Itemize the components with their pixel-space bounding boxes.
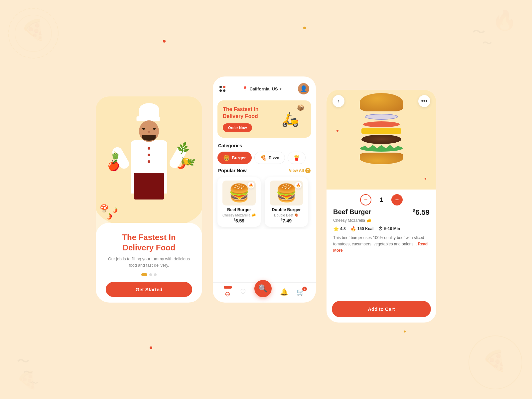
product-name: Beef Burger [333, 208, 371, 216]
tomato-layer [363, 121, 400, 127]
fire-icon: 🔥 [350, 226, 356, 231]
more-icon: ••• [421, 98, 428, 105]
pagination-dots [141, 273, 157, 276]
view-all-count-badge: 7 [305, 168, 311, 173]
chef-apron [134, 173, 164, 200]
headline-food-accent: Food [156, 243, 176, 252]
food-bell-pepper: 🌶️ [177, 161, 186, 169]
banner-title-food: Food [245, 113, 258, 119]
onion-layer [365, 114, 398, 120]
deco-dot-2 [425, 178, 426, 180]
cart-count-badge: 4 [302, 287, 307, 291]
svg-text:🍕: 🍕 [17, 370, 38, 390]
food-cards-list: 🍔 🔥 Beef Burger Cheesy Mozarella🧀 $6.59 … [213, 175, 316, 229]
category-fries[interactable]: 🍟 [288, 152, 306, 164]
nav-favorites[interactable]: ♡ [240, 288, 246, 296]
order-now-button[interactable]: Order Now [223, 123, 252, 132]
headline-main-text: The Fastest In [122, 233, 176, 242]
product-info-section: Beef Burger $6.59 Cheesy Mozarella 🧀 ⭐ 4… [327, 208, 436, 298]
svg-text:〜: 〜 [30, 378, 38, 387]
svg-text:〜: 〜 [23, 367, 33, 378]
popular-header: Popular Now View All 7 [213, 167, 316, 175]
location-pin-icon: 📍 [242, 86, 248, 91]
back-button[interactable]: ‹ [332, 95, 344, 107]
phone2-header: 📍 California, US ▾ 👤 [213, 76, 316, 98]
quantity-increase-button[interactable]: + [391, 194, 403, 205]
beef-burger-name: Beef Burger [227, 207, 251, 212]
nav-cart[interactable]: 🛒 4 [297, 288, 305, 296]
view-all-label: View All [289, 168, 304, 173]
categories-row: 🍔 Burger 🍕 Pizza 🍟 [213, 150, 316, 167]
deco-dot-1 [336, 130, 338, 132]
get-started-button[interactable]: Get Started [106, 282, 192, 297]
banner-delivery-image: 🛵 📦 [274, 106, 306, 132]
more-options-button[interactable]: ••• [418, 95, 430, 107]
svg-point-10 [469, 336, 522, 389]
food-card-beef-burger[interactable]: 🍔 🔥 Beef Burger Cheesy Mozarella🧀 $6.59 [217, 177, 261, 227]
clock-icon: ⏱ [378, 226, 383, 231]
menu-icon[interactable] [219, 86, 225, 92]
quantity-decrease-button[interactable]: − [360, 194, 371, 205]
banner-title-main: The Fastest In [223, 106, 259, 112]
food-apple: 🍎 [107, 160, 120, 171]
popular-now-title: Popular Now [218, 168, 247, 173]
delivery-box-icon: 📦 [296, 103, 305, 112]
rating-value: 4,8 [340, 226, 346, 231]
chevron-down-icon: ▾ [280, 87, 281, 91]
svg-point-1 [15, 15, 52, 52]
svg-text:🍕: 🍕 [21, 18, 46, 42]
svg-text:🔥: 🔥 [492, 10, 517, 32]
fries-category-icon: 🍟 [293, 155, 300, 161]
add-to-cart-button[interactable]: Add to Cart [332, 301, 431, 317]
search-nav-button[interactable]: 🔍 [254, 280, 272, 297]
product-meta-row: ⭐ 4,8 🔥 150 Kcal ⏱ 5-10 Min [333, 226, 430, 231]
phone3-frame: ‹ ••• − 1 + Beef Burger [327, 90, 436, 323]
banner-title-delivery: Delivery [223, 113, 243, 119]
product-sub-text: Cheesy Mozarella [333, 218, 365, 223]
phone1-subtext: Our job is to filling your tummy with de… [106, 256, 192, 269]
beef-burger-image: 🍔 🔥 [222, 181, 256, 205]
svg-text:🍕: 🍕 [482, 349, 507, 372]
cheese-layer [361, 128, 401, 134]
phone1-text-area: The Fastest In Delivery Food Our job is … [96, 223, 202, 303]
promo-banner: The Fastest In Delivery Food Order Now 🛵… [217, 100, 311, 138]
grid-dot-2 [223, 86, 225, 88]
category-burger[interactable]: 🍔 Burger [217, 152, 252, 164]
popular-badge: 🔥 [248, 182, 254, 189]
chef-area: 🍎 🫑 🍋 🌶️ 🌿 🌿 🌶️ 🌶️ 🍄 [96, 96, 202, 229]
price-value: 6.59 [415, 208, 430, 216]
pizza-category-label: Pizza [269, 155, 280, 160]
bottom-navigation: ⊖ ♡ 🔍 🔔 🛒 4 [213, 282, 316, 303]
food-card-double-burger[interactable]: 🍔 🔥 Double Burger Double Beef🍖 $7.49 [265, 177, 308, 227]
calories-meta: 🔥 150 Kcal [350, 226, 374, 231]
user-avatar[interactable]: 👤 [298, 83, 309, 94]
lettuce-layer [360, 145, 403, 152]
burger-category-label: Burger [232, 155, 246, 160]
double-burger-image: 🍔 🔥 [270, 181, 303, 205]
scooter-icon: 🛵 [282, 111, 299, 127]
double-burger-sub: Double Beef🍖 [274, 213, 299, 217]
view-all-button[interactable]: View All 7 [289, 168, 311, 173]
quantity-row: − 1 + [327, 190, 436, 208]
toppings-layer [365, 114, 398, 120]
svg-text:〜: 〜 [17, 354, 30, 368]
product-subtitle: Cheesy Mozarella 🧀 [333, 218, 430, 223]
grid-dot-1 [219, 86, 222, 88]
bell-nav-icon: 🔔 [280, 288, 288, 296]
quantity-value: 1 [378, 197, 385, 203]
phone1-headline: The Fastest In Delivery Food [122, 232, 176, 253]
svg-text:〜: 〜 [472, 25, 485, 39]
nav-notifications[interactable]: 🔔 [280, 288, 288, 296]
categories-title: Categories [213, 140, 316, 150]
rating-meta: ⭐ 4,8 [333, 226, 346, 231]
nav-home[interactable]: ⊖ [224, 286, 232, 298]
description-text: This beef burger uses 100% quality beef … [333, 235, 424, 246]
double-burger-name: Double Burger [272, 207, 301, 212]
category-pizza[interactable]: 🍕 Pizza [254, 152, 285, 164]
location-text: California, US [249, 86, 278, 91]
svg-text:〜: 〜 [482, 38, 492, 49]
location-badge[interactable]: 📍 California, US ▾ [242, 86, 281, 91]
back-icon: ‹ [337, 98, 339, 104]
svg-point-0 [8, 8, 58, 58]
product-sub-icon: 🧀 [366, 218, 371, 223]
